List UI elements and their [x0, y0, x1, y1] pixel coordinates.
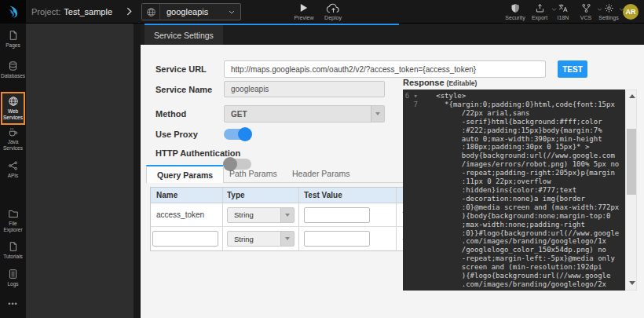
line-number	[403, 135, 423, 144]
code-line: ){#logo{background:url(//www.google	[403, 272, 625, 280]
scroll-down-icon[interactable]	[629, 281, 635, 285]
chevron-down-icon	[229, 10, 235, 14]
sidebar-item-label: Pages	[1, 42, 26, 49]
active-tab-accent	[145, 24, 399, 25]
code-text: :0}@media screen and (max-width:772px	[423, 203, 619, 212]
new-param-type-select[interactable]: String	[227, 231, 295, 247]
code-text: ){#logo{background:url(//www.google	[423, 272, 610, 280]
line-number	[403, 246, 423, 254]
param-name-value: access_token	[151, 203, 223, 226]
method-select[interactable]: GET	[224, 105, 385, 122]
wavemaker-logo-icon	[5, 4, 21, 20]
service-url-label: Service URL	[156, 64, 207, 74]
test-button[interactable]: TEST	[558, 60, 587, 78]
sidebar-item-label: Logs	[1, 281, 26, 287]
service-selector-dropdown[interactable]: googleapis	[141, 3, 241, 20]
sidebar-item-logs[interactable]: Logs	[0, 269, 26, 287]
code-text: :#222;padding:15px}body{margin:7%	[423, 126, 602, 135]
line-number	[403, 152, 423, 160]
line-number	[403, 203, 423, 212]
panel-divider	[134, 24, 141, 318]
line-number	[403, 109, 423, 118]
code-text: *{margin:0;padding:0}html,code{font:15px	[423, 101, 615, 109]
folder-icon	[8, 209, 19, 219]
code-line: /googlelogo_color_150x54dp.png) no	[403, 246, 625, 254]
code-line: ){body{background:none;margin-top:0	[403, 212, 625, 221]
sidebar-item-file-explorer[interactable]: File Explorer	[0, 209, 26, 232]
code-text: :180px;padding:30px 0 15px}* >	[423, 143, 589, 152]
sidebar-more-button[interactable]: •••	[0, 300, 26, 308]
tab-path-params[interactable]: Path Params	[229, 165, 277, 182]
page-icon	[8, 241, 18, 252]
chevron-down-icon	[371, 106, 384, 122]
service-url-input[interactable]: http://maps.googleapis.com/oauth2/v2/?ac…	[224, 60, 546, 78]
line-number	[403, 263, 423, 272]
tab-service-settings[interactable]: Service Settings	[145, 25, 223, 45]
code-line: .com/images/branding/googlelogo/1x	[403, 237, 625, 246]
param-type-value: String	[228, 235, 280, 243]
param-test-value-input[interactable]	[304, 207, 370, 223]
breadcrumb-chevron-icon	[126, 7, 132, 16]
project-label: Project:	[31, 7, 60, 16]
code-line: :#222;padding:15px}body{margin:7%	[403, 126, 625, 135]
code-line: screen and (min-resolution:192dpi	[403, 263, 625, 272]
web-services-panel	[26, 24, 134, 318]
sidebar-item-pages[interactable]: Pages	[0, 30, 26, 49]
new-param-test-value-input[interactable]	[304, 231, 370, 247]
code-line: -repeat;padding-right:205px}p{margin	[403, 169, 625, 177]
query-params-table: Name Type Test Value access_token String	[150, 187, 416, 251]
branch-icon	[581, 2, 591, 13]
sidebar-item-apis[interactable]: APIs	[0, 160, 26, 179]
line-number	[403, 143, 423, 152]
code-line: body{background:url(//www.google.com	[403, 152, 625, 160]
preview-button[interactable]: Preview	[291, 2, 317, 23]
export-button[interactable]: Export	[526, 2, 553, 23]
editor-scrollbar-thumb[interactable]	[627, 129, 636, 195]
code-text: :0}}#logo{background:url(//www.google	[423, 229, 619, 238]
sidebar-item-java-services[interactable]: Java Services	[0, 126, 26, 151]
param-type-select[interactable]: String	[227, 207, 295, 223]
sidebar-item-label: Java Services	[1, 139, 26, 151]
code-line: -decoration:none}a img{border	[403, 195, 625, 203]
app-window: Project:Test_sample googleapis Preview D…	[0, 0, 644, 318]
sidebar-item-tutorials[interactable]: Tutorials	[0, 241, 26, 260]
settings-button[interactable]: Settings	[595, 2, 622, 23]
code-line: /22px arial,sans	[403, 109, 625, 118]
security-button[interactable]: Security	[501, 2, 529, 23]
line-number	[403, 221, 423, 229]
sidebar-item-databases[interactable]: Databases	[0, 60, 26, 79]
code-text: screen and (min-resolution:192dpi	[423, 263, 602, 272]
code-line: 6 ▾ <style>	[403, 92, 625, 101]
new-param-name-input[interactable]	[152, 231, 218, 247]
code-text: :11px 0 22px;overflow	[423, 177, 551, 186]
service-name-input[interactable]: googleapis	[224, 81, 385, 97]
play-icon	[300, 2, 308, 13]
tab-header-params[interactable]: Header Params	[292, 165, 350, 182]
line-number	[403, 169, 423, 177]
param-type-value: String	[228, 210, 280, 219]
code-text: /images/errors/robot.png) 100% 5px no	[423, 160, 619, 169]
use-proxy-toggle[interactable]	[224, 129, 251, 140]
scroll-up-icon[interactable]	[629, 94, 635, 98]
vcs-button[interactable]: VCS	[575, 2, 597, 23]
method-value: GET	[225, 110, 371, 119]
globe-icon	[142, 4, 160, 20]
code-text: body{background:url(//www.google.com	[423, 152, 615, 160]
line-number	[403, 237, 423, 246]
i18n-button[interactable]: I18N	[551, 2, 575, 23]
export-icon	[535, 2, 545, 13]
line-number	[403, 126, 423, 135]
table-header-row: Name Type Test Value	[151, 188, 415, 203]
col-type: Type	[223, 188, 299, 203]
service-name-value: googleapis	[231, 85, 269, 93]
code-line: :180px;padding:30px 0 15px}* >	[403, 143, 625, 152]
tab-query-params[interactable]: Query Params	[146, 165, 224, 183]
sidebar-item-web-services[interactable]: Web Services	[1, 92, 25, 125]
line-number	[403, 160, 423, 169]
table-row: access_token String	[151, 203, 415, 227]
response-code-editor[interactable]: 6 ▾ <style> 7 *{margin:0;padding:0}html,…	[403, 90, 625, 291]
deploy-button[interactable]: Deploy	[319, 2, 347, 23]
code-line: :0}}#logo{background:url(//www.google	[403, 229, 625, 238]
app-logo[interactable]	[0, 0, 26, 24]
user-avatar[interactable]: AR	[623, 4, 639, 20]
